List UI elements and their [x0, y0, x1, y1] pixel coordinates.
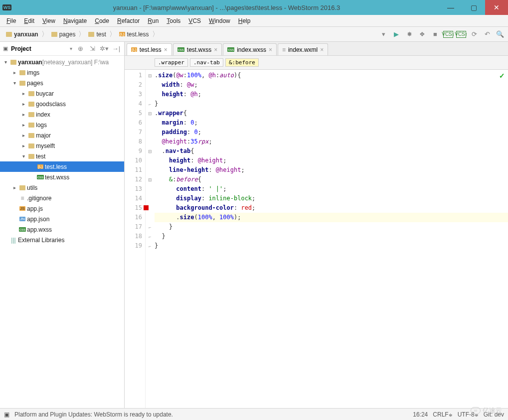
stop-icon[interactable]: ■: [430, 29, 440, 39]
menu-refactor[interactable]: Refactor: [114, 16, 143, 25]
tab-close-icon[interactable]: ×: [214, 46, 217, 53]
breadcrumb-sep: 〉: [152, 30, 159, 39]
editor-breadcrumb: .wrapper.nav-tab&:before: [125, 56, 508, 70]
tree-item-app.js[interactable]: JSapp.js: [0, 203, 124, 214]
menu-edit[interactable]: Edit: [20, 16, 38, 25]
tree-item-pages[interactable]: ▾pages: [0, 78, 124, 88]
build-dropdown-icon[interactable]: ▾: [378, 29, 388, 39]
tab-test.wxss[interactable]: csstest.wxss×: [173, 43, 222, 55]
project-tab-icon: ▣: [3, 45, 8, 52]
locate-icon[interactable]: ⊕: [75, 44, 85, 54]
breadcrumb-test.less[interactable]: {L}test.less: [116, 30, 152, 39]
menu-file[interactable]: File: [3, 16, 19, 25]
tree-item-myselft[interactable]: ▸myselft: [0, 140, 124, 151]
fold-column[interactable]: ⊟⌐⊟⊟⊟⌐⌐⌐: [146, 70, 155, 408]
project-panel-header: ▣ Project ▾ ⊕ ⇲ ✲▾ →|: [0, 42, 124, 56]
inspection-ok-icon: ✓: [499, 72, 505, 80]
structure-crumb[interactable]: &:before: [225, 58, 259, 67]
project-tab-label[interactable]: Project: [11, 45, 67, 52]
breadcrumb-sep: 〉: [41, 30, 48, 39]
menu-help[interactable]: Help: [235, 16, 254, 25]
toolbar-right: ▾ ▶ ✸ ❖ ■ VCS↓ VCS↑ ⟳ ↶ 🔍: [378, 29, 505, 39]
breadcrumb-pages[interactable]: pages: [48, 30, 79, 39]
minimize-button[interactable]: —: [439, 0, 462, 15]
structure-crumb[interactable]: .nav-tab: [190, 58, 223, 67]
app-icon: WS: [0, 4, 14, 10]
menu-tools[interactable]: Tools: [163, 16, 184, 25]
sync-icon[interactable]: ⟳: [469, 29, 479, 39]
tab-close-icon[interactable]: ×: [164, 46, 168, 53]
tab-test.less[interactable]: {L}test.less×: [127, 43, 172, 55]
caret-position[interactable]: 16:24: [413, 411, 428, 418]
menu-vcs[interactable]: VCS: [185, 16, 204, 25]
tree-item-goodsclass[interactable]: ▸goodsclass: [0, 99, 124, 109]
search-icon[interactable]: 🔍: [495, 29, 505, 39]
editor-tabs: {L}test.less×csstest.wxss×cssindex.wxss×…: [125, 42, 508, 56]
project-tree[interactable]: ▾yanxuan [neteasy_yanxuan] F:\wa▸imgs▾pa…: [0, 56, 124, 408]
window-icon[interactable]: ▣: [4, 411, 9, 418]
coverage-icon[interactable]: ❖: [417, 29, 427, 39]
title-bar: WS yanxuan - [F:\wamp\www\yanxuan] - ...…: [0, 0, 508, 15]
run-icon[interactable]: ▶: [391, 29, 401, 39]
vcs-commit-icon[interactable]: VCS↑: [456, 31, 466, 38]
hide-panel-icon[interactable]: →|: [111, 44, 121, 54]
collapse-icon[interactable]: ⇲: [87, 44, 97, 54]
tree-item-.gitignore[interactable]: ≡.gitignore: [0, 193, 124, 203]
code-text[interactable]: .size(@w:100%, @h:auto){ width: @w; heig…: [155, 70, 508, 408]
tree-item-major[interactable]: ▸major: [0, 130, 124, 140]
history-icon[interactable]: ↶: [482, 29, 492, 39]
tab-close-icon[interactable]: ×: [320, 46, 324, 53]
menu-bar: FileEditViewNavigateCodeRefactorRunTools…: [0, 15, 508, 27]
tree-item-buycar[interactable]: ▸buycar: [0, 88, 124, 99]
debug-icon[interactable]: ✸: [404, 29, 414, 39]
tab-index.wxml[interactable]: ≡index.wxml×: [278, 43, 328, 55]
breadcrumb-sep: 〉: [78, 30, 85, 39]
breadcrumb-sep: 〉: [109, 30, 116, 39]
tree-item-External Libraries[interactable]: |||External Libraries: [0, 235, 124, 245]
git-branch[interactable]: Git: dev: [484, 411, 504, 418]
tree-item-test[interactable]: ▾test: [0, 151, 124, 161]
menu-run[interactable]: Run: [144, 16, 162, 25]
menu-window[interactable]: Window: [205, 16, 234, 25]
tab-close-icon[interactable]: ×: [269, 46, 272, 53]
tree-item-app.wxss[interactable]: cssapp.wxss: [0, 224, 124, 235]
structure-crumb[interactable]: .wrapper: [155, 58, 188, 67]
tree-item-yanxuan[interactable]: ▾yanxuan [neteasy_yanxuan] F:\wa: [0, 57, 124, 67]
breadcrumb-test[interactable]: test: [85, 30, 109, 39]
menu-navigate[interactable]: Navigate: [60, 16, 90, 25]
project-sidebar: ▣ Project ▾ ⊕ ⇲ ✲▾ →| ▾yanxuan [neteasy_…: [0, 42, 125, 408]
tree-item-app.json[interactable]: JNapp.json: [0, 214, 124, 224]
tree-item-index[interactable]: ▸index: [0, 109, 124, 120]
color-preview-icon[interactable]: [144, 205, 149, 210]
vcs-update-icon[interactable]: VCS↓: [443, 31, 453, 38]
editor-area: {L}test.less×csstest.wxss×cssindex.wxss×…: [125, 42, 508, 408]
menu-code[interactable]: Code: [91, 16, 113, 25]
tab-index.wxss[interactable]: cssindex.wxss×: [223, 43, 277, 55]
tree-item-test.less[interactable]: {L}test.less: [0, 161, 124, 172]
tree-item-test.wxss[interactable]: csstest.wxss: [0, 172, 124, 182]
line-separator[interactable]: CRLF≑: [433, 411, 452, 418]
status-bar: ▣ Platform and Plugin Updates: WebStorm …: [0, 408, 508, 420]
settings-gear-icon[interactable]: ✲▾: [99, 44, 109, 54]
close-button[interactable]: ✕: [485, 0, 508, 15]
navigation-bar: yanxuan〉pages〉test〉{L}test.less〉 ▾ ▶ ✸ ❖…: [0, 27, 508, 42]
tree-item-logs[interactable]: ▸logs: [0, 120, 124, 130]
menu-view[interactable]: View: [39, 16, 59, 25]
code-editor[interactable]: 12345678910111213141516171819 ⊟⌐⊟⊟⊟⌐⌐⌐ .…: [125, 70, 508, 408]
window-title: yanxuan - [F:\wamp\www\yanxuan] - ...\pa…: [14, 4, 439, 11]
gutter: 12345678910111213141516171819: [125, 70, 146, 408]
status-message[interactable]: Platform and Plugin Updates: WebStorm is…: [14, 411, 173, 418]
tree-item-utils[interactable]: ▸utils: [0, 182, 124, 193]
maximize-button[interactable]: ▢: [462, 0, 485, 15]
breadcrumb-yanxuan[interactable]: yanxuan: [3, 30, 41, 39]
tree-item-imgs[interactable]: ▸imgs: [0, 67, 124, 78]
project-dropdown-icon[interactable]: ▾: [70, 46, 72, 51]
file-encoding[interactable]: UTF-8≑: [458, 411, 479, 418]
